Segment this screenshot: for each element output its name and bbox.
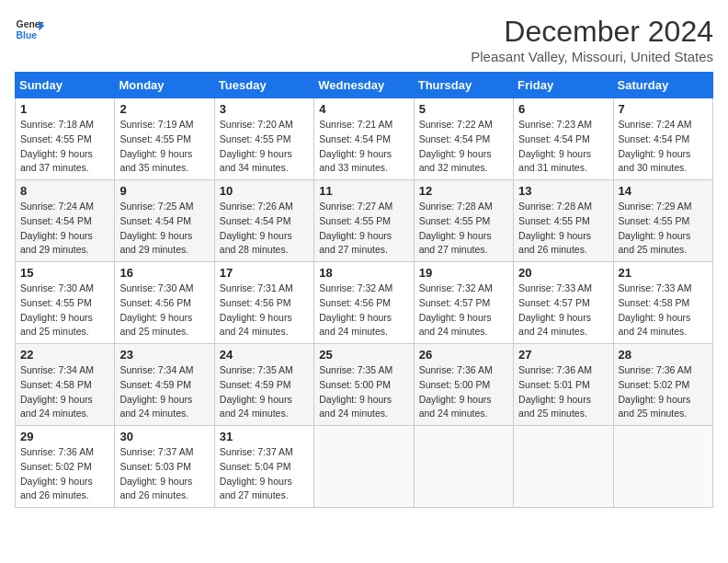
calendar-cell: 2 Sunrise: 7:19 AMSunset: 4:55 PMDayligh…	[115, 98, 214, 180]
day-info: Sunrise: 7:36 AMSunset: 5:00 PMDaylight:…	[419, 364, 493, 419]
calendar-cell: 27 Sunrise: 7:36 AMSunset: 5:01 PMDaylig…	[514, 344, 613, 426]
calendar-cell: 13 Sunrise: 7:28 AMSunset: 4:55 PMDaylig…	[514, 180, 613, 262]
day-number: 1	[20, 102, 109, 116]
calendar-cell: 26 Sunrise: 7:36 AMSunset: 5:00 PMDaylig…	[414, 344, 513, 426]
weekday-header: Friday	[514, 73, 613, 98]
calendar-table: SundayMondayTuesdayWednesdayThursdayFrid…	[15, 72, 713, 508]
calendar-cell: 8 Sunrise: 7:24 AMSunset: 4:54 PMDayligh…	[16, 180, 115, 262]
day-number: 8	[20, 184, 109, 198]
day-number: 3	[220, 102, 309, 116]
day-info: Sunrise: 7:26 AMSunset: 4:54 PMDaylight:…	[220, 201, 293, 255]
day-number: 31	[220, 430, 309, 443]
calendar-cell: 3 Sunrise: 7:20 AMSunset: 4:55 PMDayligh…	[214, 98, 313, 180]
day-number: 21	[619, 266, 708, 280]
calendar-cell: 20 Sunrise: 7:33 AMSunset: 4:57 PMDaylig…	[514, 262, 613, 344]
calendar-cell: 21 Sunrise: 7:33 AMSunset: 4:58 PMDaylig…	[613, 262, 712, 344]
calendar-cell: 7 Sunrise: 7:24 AMSunset: 4:54 PMDayligh…	[613, 98, 712, 180]
weekday-header: Sunday	[16, 73, 115, 98]
weekday-header: Wednesday	[314, 73, 414, 98]
day-number: 23	[119, 348, 209, 362]
calendar-cell: 30 Sunrise: 7:37 AMSunset: 5:03 PMDaylig…	[115, 426, 214, 508]
day-info: Sunrise: 7:36 AMSunset: 5:02 PMDaylight:…	[20, 446, 94, 500]
header: General Blue December 2024 Pleasant Vall…	[15, 15, 713, 64]
calendar-week-row: 22 Sunrise: 7:34 AMSunset: 4:58 PMDaylig…	[16, 344, 713, 426]
calendar-cell: 23 Sunrise: 7:34 AMSunset: 4:59 PMDaylig…	[115, 344, 214, 426]
day-number: 16	[119, 266, 209, 280]
calendar-week-row: 29 Sunrise: 7:36 AMSunset: 5:02 PMDaylig…	[16, 426, 713, 508]
day-number: 10	[220, 184, 309, 198]
day-number: 24	[220, 348, 309, 362]
day-number: 26	[419, 348, 508, 362]
weekday-header: Thursday	[414, 73, 513, 98]
calendar-cell: 15 Sunrise: 7:30 AMSunset: 4:55 PMDaylig…	[16, 262, 115, 344]
day-info: Sunrise: 7:36 AMSunset: 5:02 PMDaylight:…	[619, 364, 692, 419]
calendar-cell	[314, 426, 414, 508]
day-info: Sunrise: 7:32 AMSunset: 4:56 PMDaylight:…	[319, 282, 392, 337]
day-number: 19	[419, 266, 508, 280]
calendar-subtitle: Pleasant Valley, Missouri, United States	[471, 49, 713, 64]
day-number: 25	[319, 348, 408, 362]
calendar-cell: 6 Sunrise: 7:23 AMSunset: 4:54 PMDayligh…	[514, 98, 613, 180]
calendar-cell: 4 Sunrise: 7:21 AMSunset: 4:54 PMDayligh…	[314, 98, 414, 180]
day-number: 17	[220, 266, 309, 280]
day-info: Sunrise: 7:25 AMSunset: 4:54 PMDaylight:…	[119, 201, 193, 255]
day-number: 20	[518, 266, 608, 280]
calendar-week-row: 8 Sunrise: 7:24 AMSunset: 4:54 PMDayligh…	[16, 180, 713, 262]
day-info: Sunrise: 7:29 AMSunset: 4:55 PMDaylight:…	[619, 201, 692, 255]
weekday-header: Saturday	[613, 73, 712, 98]
calendar-cell: 17 Sunrise: 7:31 AMSunset: 4:56 PMDaylig…	[214, 262, 313, 344]
day-info: Sunrise: 7:35 AMSunset: 5:00 PMDaylight:…	[319, 364, 392, 419]
day-info: Sunrise: 7:24 AMSunset: 4:54 PMDaylight:…	[619, 119, 692, 173]
day-info: Sunrise: 7:24 AMSunset: 4:54 PMDaylight:…	[20, 201, 94, 255]
weekday-header: Tuesday	[214, 73, 313, 98]
day-number: 11	[319, 184, 408, 198]
day-info: Sunrise: 7:28 AMSunset: 4:55 PMDaylight:…	[419, 201, 493, 255]
day-info: Sunrise: 7:27 AMSunset: 4:55 PMDaylight:…	[319, 201, 392, 255]
day-number: 12	[419, 184, 508, 198]
calendar-cell: 1 Sunrise: 7:18 AMSunset: 4:55 PMDayligh…	[16, 98, 115, 180]
calendar-cell	[514, 426, 613, 508]
day-number: 7	[619, 102, 708, 116]
calendar-cell: 5 Sunrise: 7:22 AMSunset: 4:54 PMDayligh…	[414, 98, 513, 180]
calendar-cell: 19 Sunrise: 7:32 AMSunset: 4:57 PMDaylig…	[414, 262, 513, 344]
day-info: Sunrise: 7:30 AMSunset: 4:55 PMDaylight:…	[20, 282, 94, 337]
weekday-header: Monday	[115, 73, 214, 98]
calendar-cell: 18 Sunrise: 7:32 AMSunset: 4:56 PMDaylig…	[314, 262, 414, 344]
day-number: 2	[119, 102, 209, 116]
day-info: Sunrise: 7:37 AMSunset: 5:04 PMDaylight:…	[220, 446, 293, 500]
day-info: Sunrise: 7:34 AMSunset: 4:58 PMDaylight:…	[20, 364, 94, 419]
day-info: Sunrise: 7:21 AMSunset: 4:54 PMDaylight:…	[319, 119, 392, 173]
day-info: Sunrise: 7:18 AMSunset: 4:55 PMDaylight:…	[20, 119, 94, 173]
day-number: 9	[119, 184, 209, 198]
calendar-cell: 10 Sunrise: 7:26 AMSunset: 4:54 PMDaylig…	[214, 180, 313, 262]
calendar-cell: 9 Sunrise: 7:25 AMSunset: 4:54 PMDayligh…	[115, 180, 214, 262]
day-number: 28	[619, 348, 708, 362]
calendar-cell: 28 Sunrise: 7:36 AMSunset: 5:02 PMDaylig…	[613, 344, 712, 426]
svg-text:Blue: Blue	[17, 30, 38, 40]
day-info: Sunrise: 7:33 AMSunset: 4:58 PMDaylight:…	[619, 282, 692, 337]
calendar-cell: 14 Sunrise: 7:29 AMSunset: 4:55 PMDaylig…	[613, 180, 712, 262]
calendar-week-row: 1 Sunrise: 7:18 AMSunset: 4:55 PMDayligh…	[16, 98, 713, 180]
day-number: 15	[20, 266, 109, 280]
day-info: Sunrise: 7:23 AMSunset: 4:54 PMDaylight:…	[518, 119, 592, 173]
calendar-cell	[414, 426, 513, 508]
day-number: 14	[619, 184, 708, 198]
day-info: Sunrise: 7:31 AMSunset: 4:56 PMDaylight:…	[220, 282, 293, 337]
day-info: Sunrise: 7:30 AMSunset: 4:56 PMDaylight:…	[119, 282, 193, 337]
day-number: 4	[319, 102, 408, 116]
day-info: Sunrise: 7:22 AMSunset: 4:54 PMDaylight:…	[419, 119, 493, 173]
day-info: Sunrise: 7:35 AMSunset: 4:59 PMDaylight:…	[220, 364, 293, 419]
day-info: Sunrise: 7:19 AMSunset: 4:55 PMDaylight:…	[119, 119, 193, 173]
weekday-header-row: SundayMondayTuesdayWednesdayThursdayFrid…	[16, 73, 713, 98]
day-number: 30	[119, 430, 209, 443]
calendar-cell: 31 Sunrise: 7:37 AMSunset: 5:04 PMDaylig…	[214, 426, 313, 508]
calendar-cell: 29 Sunrise: 7:36 AMSunset: 5:02 PMDaylig…	[16, 426, 115, 508]
day-info: Sunrise: 7:20 AMSunset: 4:55 PMDaylight:…	[220, 119, 293, 173]
calendar-cell	[613, 426, 712, 508]
day-info: Sunrise: 7:32 AMSunset: 4:57 PMDaylight:…	[419, 282, 493, 337]
day-info: Sunrise: 7:34 AMSunset: 4:59 PMDaylight:…	[119, 364, 193, 419]
day-number: 22	[20, 348, 109, 362]
calendar-week-row: 15 Sunrise: 7:30 AMSunset: 4:55 PMDaylig…	[16, 262, 713, 344]
day-info: Sunrise: 7:36 AMSunset: 5:01 PMDaylight:…	[518, 364, 592, 419]
day-number: 27	[518, 348, 608, 362]
